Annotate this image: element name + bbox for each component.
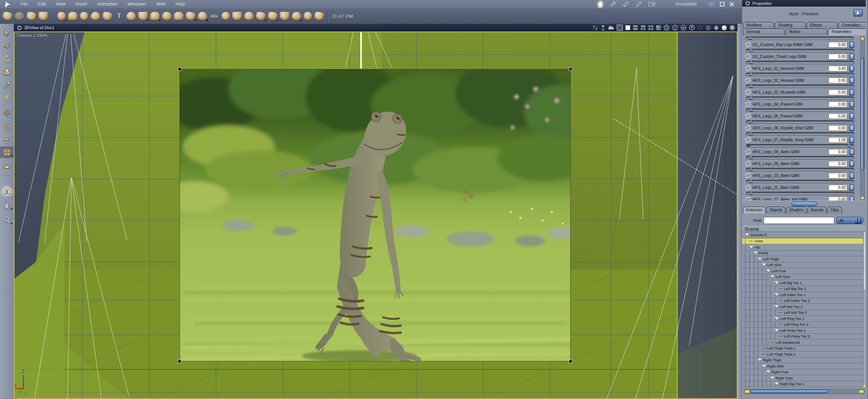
parameter-spinner[interactable] — [849, 65, 854, 72]
expand-triangle-icon[interactable] — [754, 252, 757, 254]
textured-sphere-icon[interactable] — [729, 25, 735, 31]
tree-row[interactable]: Left Index Toe 1 — [742, 292, 863, 298]
expand-triangle-icon[interactable] — [762, 365, 766, 368]
parameter-slider[interactable] — [746, 168, 854, 171]
parameters-hscroll[interactable] — [745, 36, 853, 40]
parameter-value[interactable]: 0.00 — [828, 197, 847, 201]
pan-tool-icon[interactable] — [0, 200, 14, 211]
menu-windows[interactable]: Windows — [122, 0, 151, 8]
tree-item-label[interactable]: Left Big Toe 2 — [784, 286, 806, 291]
parameter-value[interactable]: 0.00 — [828, 54, 847, 60]
parameter-value[interactable]: 0.00 — [828, 149, 847, 155]
tree-item-label[interactable]: Left Foot — [771, 269, 786, 273]
cloud-object-icon[interactable] — [256, 12, 266, 21]
tree-row[interactable]: Left Big Toe 2 — [742, 286, 863, 292]
tree-item-label[interactable]: Left Thigh Twist 2 — [767, 352, 795, 356]
menu-help[interactable]: Help — [170, 0, 190, 8]
gear-icon[interactable] — [745, 78, 751, 83]
gear-icon[interactable] — [745, 113, 751, 119]
expand-triangle-icon[interactable] — [775, 382, 779, 385]
expand-triangle-icon[interactable] — [771, 377, 774, 379]
gear-icon[interactable] — [745, 125, 751, 131]
parameter-value[interactable]: 1.00 — [828, 137, 847, 143]
menu-animation[interactable]: Animation — [92, 0, 122, 8]
ik-bone-tool-icon[interactable] — [3, 12, 12, 21]
zoom-tool-icon[interactable] — [0, 214, 14, 226]
find-input[interactable] — [764, 217, 834, 224]
parameter-slider[interactable] — [746, 73, 854, 76]
parameter-value[interactable]: 0.00 — [828, 161, 847, 167]
expand-triangle-icon[interactable] — [775, 305, 779, 308]
tree-item-label[interactable]: Left Ring Toe 1 — [780, 316, 804, 321]
parameters-vscrollbar[interactable] — [860, 36, 865, 200]
expand-triangle-icon[interactable] — [758, 359, 762, 361]
menu-view[interactable]: View — [51, 0, 71, 8]
tree-row[interactable]: Right Shin — [742, 363, 863, 369]
shaded-sphere-icon[interactable] — [721, 25, 727, 31]
tab-effects[interactable]: Effects — [807, 22, 838, 28]
gear-icon[interactable] — [745, 89, 751, 95]
tree-item-label[interactable]: Genesis 9 — [750, 233, 767, 237]
tab-motion[interactable]: Motion — [785, 28, 827, 35]
parameter-spinner[interactable] — [849, 184, 854, 191]
tree-row[interactable]: Left Foot — [742, 268, 863, 274]
tab-parameters[interactable]: Parameters — [828, 28, 868, 35]
tab-modifiers[interactable]: Modifiers — [743, 22, 774, 28]
assemble-room-icon[interactable] — [597, 1, 604, 8]
tree-item-label[interactable]: Left Index Toe 1 — [780, 293, 805, 297]
tree-row[interactable]: Left Shin — [742, 262, 863, 268]
menu-file[interactable]: File — [15, 0, 33, 8]
viewport-titlebar[interactable]: 3DView of Doc1 — [14, 24, 738, 31]
tab-instances[interactable]: Instances — [743, 207, 766, 214]
wrench-tool-icon[interactable] — [26, 12, 36, 21]
parameter-value[interactable]: 0.00 — [828, 89, 847, 95]
layout-custom-icon[interactable] — [656, 25, 661, 30]
globe-shield-3-icon[interactable] — [680, 25, 686, 31]
parameter-spinner[interactable] — [849, 149, 854, 155]
layout-quad-icon[interactable] — [648, 25, 653, 30]
storyboard-room-icon[interactable] — [635, 1, 642, 8]
parameter-spinner[interactable] — [849, 101, 854, 108]
tree-item-label[interactable]: Left Big Toe 1 — [780, 281, 802, 285]
metaball-object-icon[interactable] — [91, 12, 100, 21]
gear-icon[interactable] — [745, 173, 751, 178]
parameter-spinner[interactable] — [849, 137, 854, 143]
expand-triangle-icon[interactable] — [771, 275, 774, 278]
expand-triangle-icon[interactable] — [749, 246, 753, 248]
layout-split-icon[interactable] — [633, 25, 638, 30]
photo-backdrop[interactable] — [160, 58, 593, 366]
expand-triangle-icon[interactable] — [775, 329, 779, 332]
camera-icon[interactable] — [608, 25, 614, 30]
gear-icon[interactable] — [745, 66, 751, 71]
gear-physics-icon[interactable] — [221, 12, 230, 21]
tree-row[interactable]: Left Thigh Twist 2 — [742, 351, 863, 358]
translate-tool-icon[interactable] — [0, 108, 14, 119]
parameter-value[interactable]: 0.00 — [828, 173, 847, 179]
translate-vertical-tool-icon[interactable] — [0, 121, 14, 132]
tree-item-label[interactable]: Left Thigh — [763, 257, 779, 261]
tree-row[interactable]: Hip — [742, 244, 863, 250]
rotate-tool-icon[interactable] — [0, 53, 14, 65]
parameter-slider[interactable] — [746, 144, 854, 147]
tree-item-label[interactable]: Left Mid Toe 2 — [784, 310, 807, 315]
maximize-icon[interactable] — [720, 2, 724, 7]
tree-item-label[interactable]: Left Thigh Twist 1 — [767, 346, 795, 350]
parameter-spinner[interactable] — [849, 77, 854, 84]
expand-triangle-icon[interactable] — [762, 263, 766, 266]
gear-icon[interactable] — [745, 54, 751, 59]
select-tool-icon[interactable] — [0, 27, 14, 38]
tab-sounds[interactable]: Sounds — [807, 207, 827, 214]
tree-row-selected[interactable]: Actor — [742, 238, 863, 245]
gear-icon[interactable] — [745, 149, 751, 154]
tree-row[interactable]: Genesis 9 — [742, 232, 863, 238]
spline-object-icon[interactable] — [102, 12, 112, 21]
universal-manipulator-tool-icon[interactable] — [0, 147, 14, 158]
particle-cluster-icon[interactable] — [126, 12, 136, 21]
orbit-icon[interactable] — [592, 25, 598, 31]
scale-tool-icon[interactable] — [0, 66, 14, 78]
tree-row[interactable]: Left Metatarsal — [742, 339, 863, 346]
hierarchy-icon[interactable] — [601, 25, 606, 31]
parameter-spinner[interactable] — [849, 113, 854, 119]
parameter-slider[interactable] — [746, 132, 854, 136]
tree-row[interactable]: Right Thigh — [742, 358, 863, 364]
